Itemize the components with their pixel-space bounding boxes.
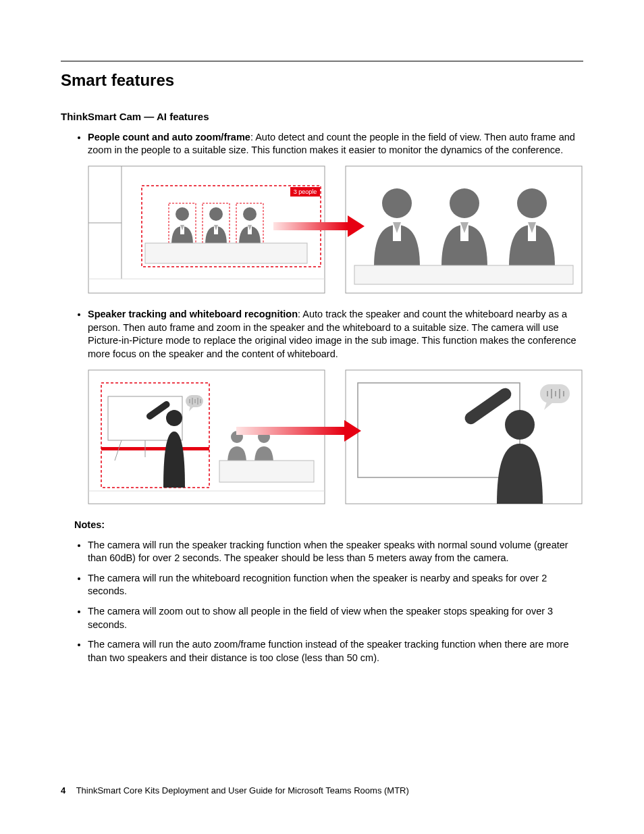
notes-list: The camera will run the speaker tracking… — [61, 539, 583, 665]
svg-marker-31 — [348, 215, 365, 237]
svg-point-11 — [209, 207, 223, 221]
svg-rect-30 — [273, 222, 348, 230]
svg-rect-29 — [354, 265, 573, 284]
feature-item: People count and auto zoom/frame: Auto d… — [88, 131, 583, 298]
svg-point-26 — [517, 188, 547, 218]
feature-list: People count and auto zoom/frame: Auto d… — [61, 131, 583, 509]
note-item: The camera will run the auto zoom/frame … — [88, 638, 583, 664]
section-heading: Smart features — [61, 70, 583, 91]
note-item: The camera will run the speaker tracking… — [88, 539, 583, 565]
svg-point-47 — [166, 410, 182, 426]
feature-item: Speaker tracking and whiteboard recognit… — [88, 308, 583, 508]
svg-rect-18 — [145, 243, 307, 263]
svg-point-7 — [176, 207, 189, 221]
figure-speaker-tracking — [88, 369, 583, 509]
svg-rect-51 — [219, 461, 314, 482]
note-item: The camera will zoom out to show all peo… — [88, 605, 583, 631]
people-count-badge: 3 people — [294, 188, 317, 195]
footer-title: ThinkSmart Core Kits Deployment and User… — [76, 785, 409, 796]
svg-rect-34 — [101, 447, 209, 450]
feature-title: Speaker tracking and whiteboard recognit… — [88, 309, 298, 319]
page-number: 4 — [61, 785, 65, 796]
svg-rect-64 — [236, 427, 344, 435]
svg-point-23 — [450, 188, 479, 218]
svg-rect-55 — [540, 384, 570, 403]
svg-point-15 — [243, 207, 257, 221]
svg-point-20 — [382, 188, 412, 218]
subheading: ThinkSmart Cam — AI features — [61, 110, 583, 124]
divider-rule — [61, 61, 583, 61]
notes-heading: Notes: — [74, 519, 583, 532]
svg-point-62 — [505, 410, 535, 440]
feature-title: People count and auto zoom/frame — [88, 132, 250, 142]
note-item: The camera will run the whiteboard recog… — [88, 572, 583, 598]
page-footer: 4 ThinkSmart Core Kits Deployment and Us… — [61, 785, 409, 797]
figure-people-count: 3 people — [88, 165, 583, 298]
